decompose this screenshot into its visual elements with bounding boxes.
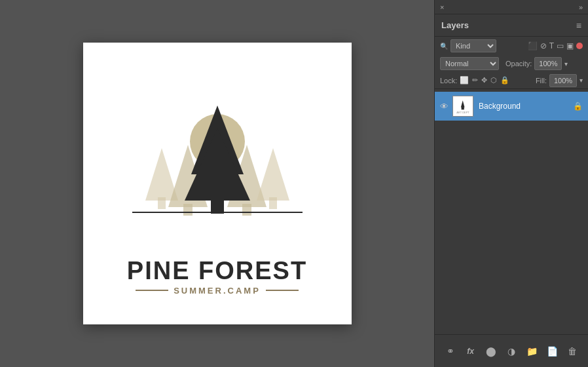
shape-filter-icon[interactable]: ▭ xyxy=(557,41,564,50)
svg-marker-7 xyxy=(257,148,289,201)
opacity-label: Opacity: xyxy=(505,60,532,68)
svg-rect-6 xyxy=(242,204,251,216)
logo-divider: SUMMER.CAMP xyxy=(127,286,307,296)
lock-paint-icon[interactable]: ✏ xyxy=(472,76,478,85)
smart-filter-icon[interactable]: ▣ xyxy=(566,41,574,50)
adjustment-filter-icon[interactable]: ⊘ xyxy=(540,41,547,50)
fx-button[interactable]: fx xyxy=(464,344,478,358)
blend-row: Normal Dissolve Multiply Screen Opacity:… xyxy=(435,55,588,72)
lock-label: Lock: xyxy=(440,77,457,85)
logo-subtitle: SUMMER.CAMP xyxy=(174,286,261,296)
svg-rect-2 xyxy=(158,197,166,209)
panel-collapse-icon[interactable]: » xyxy=(579,3,583,11)
layer-name: Background xyxy=(479,102,573,111)
opacity-arrow[interactable]: ▾ xyxy=(564,60,568,68)
logo-text-area: PINE FOREST SUMMER.CAMP xyxy=(127,258,307,298)
svg-text:ART DEPT: ART DEPT xyxy=(456,111,469,114)
type-filter-icon[interactable]: T xyxy=(549,41,554,50)
layer-thumbnail: ART DEPT xyxy=(452,96,473,117)
new-group-button[interactable]: 📁 xyxy=(524,344,539,358)
lock-move-icon[interactable]: ✥ xyxy=(481,76,487,85)
logo-illustration xyxy=(106,69,329,253)
adjustment-button[interactable]: ◑ xyxy=(504,344,519,358)
blend-mode-select[interactable]: Normal Dissolve Multiply Screen xyxy=(440,57,499,70)
filter-row: 🔍 Kind Name Effect ⬛ ⊘ T ▭ ▣ xyxy=(435,37,588,55)
delete-layer-button[interactable]: 🗑 xyxy=(565,344,579,358)
filter-active-dot xyxy=(576,43,583,49)
lock-transparency-icon[interactable]: ⬜ xyxy=(460,76,469,85)
canvas-area: PINE FOREST SUMMER.CAMP xyxy=(0,0,434,367)
svg-rect-15 xyxy=(462,107,464,109)
panel-header: Layers ≡ xyxy=(435,14,588,37)
link-styles-button[interactable]: ⚭ xyxy=(443,344,458,358)
layers-list: 👁 ART DEPT Background 🔒 xyxy=(435,89,588,334)
svg-rect-8 xyxy=(269,197,277,209)
lock-row: Lock: ⬜ ✏ ✥ ⬡ 🔒 Fill: ▾ xyxy=(435,72,588,89)
panel-title: Layers xyxy=(441,20,469,30)
fill-arrow[interactable]: ▾ xyxy=(579,77,583,84)
panel-top-bar: × » xyxy=(435,0,588,14)
fill-input[interactable] xyxy=(549,74,577,87)
logo-title: PINE FOREST xyxy=(127,258,307,283)
lock-artboard-icon[interactable]: ⬡ xyxy=(490,76,497,85)
kind-select[interactable]: Kind Name Effect xyxy=(450,39,496,52)
add-mask-button[interactable]: ⬤ xyxy=(484,344,498,358)
svg-rect-11 xyxy=(211,197,224,214)
layer-lock-icon[interactable]: 🔒 xyxy=(573,102,583,111)
panel-bottom-toolbar: ⚭ fx ⬤ ◑ 📁 📄 🗑 xyxy=(435,334,588,367)
panel-menu-icon[interactable]: ≡ xyxy=(576,20,581,31)
opacity-input[interactable] xyxy=(534,57,562,70)
new-layer-button[interactable]: 📄 xyxy=(545,344,559,358)
search-icon: 🔍 xyxy=(440,43,448,50)
layers-panel: × » Layers ≡ 🔍 Kind Name Effect ⬛ ⊘ T ▭ … xyxy=(434,0,588,367)
fill-label: Fill: xyxy=(536,77,547,85)
layer-visibility-icon[interactable]: 👁 xyxy=(440,102,449,111)
layer-item-background[interactable]: 👁 ART DEPT Background 🔒 xyxy=(435,92,588,121)
svg-rect-4 xyxy=(183,204,193,216)
artwork-card: PINE FOREST SUMMER.CAMP xyxy=(83,43,352,324)
lock-all-icon[interactable]: 🔒 xyxy=(500,76,509,85)
panel-close-icon[interactable]: × xyxy=(440,3,444,11)
lock-icons: ⬜ ✏ ✥ ⬡ 🔒 xyxy=(460,76,509,85)
pixel-filter-icon[interactable]: ⬛ xyxy=(528,41,538,50)
filter-icons: ⬛ ⊘ T ▭ ▣ xyxy=(528,41,583,50)
